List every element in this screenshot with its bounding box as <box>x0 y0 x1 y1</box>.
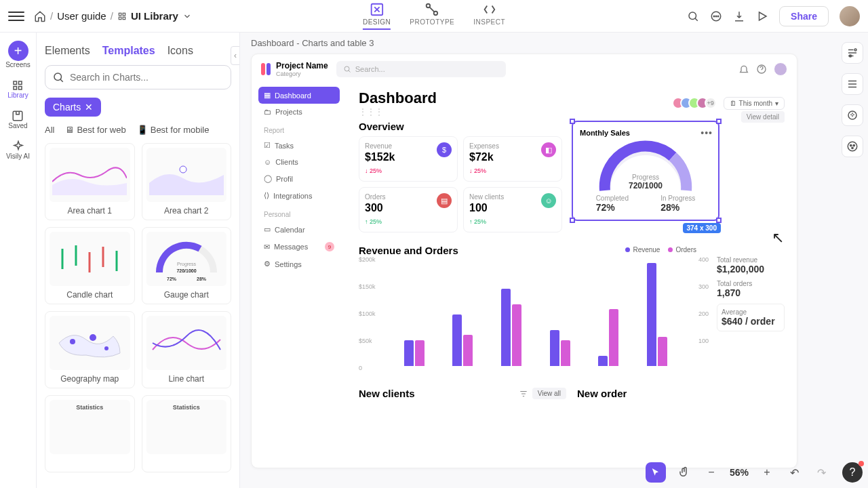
sidebar-settings[interactable]: ⚙ Settings <box>258 256 340 272</box>
rail-library[interactable]: Library <box>7 79 28 99</box>
template-geography-map[interactable]: Geography map <box>45 311 135 388</box>
overview-heading: Overview <box>359 121 562 132</box>
share-button[interactable]: Share <box>779 6 829 26</box>
template-statistics-2[interactable]: Statistics <box>142 395 232 472</box>
breadcrumb-current[interactable]: UI Library <box>131 10 178 22</box>
library-search-input[interactable] <box>70 72 224 83</box>
help-icon[interactable] <box>756 64 767 75</box>
page-title: Dashboard <box>359 89 437 107</box>
svg-point-32 <box>854 49 856 51</box>
help-fab[interactable]: ? <box>842 462 863 483</box>
view-all-button[interactable]: View all <box>532 388 566 399</box>
user-icon: ☺ <box>541 193 556 208</box>
cart-icon: ▤ <box>437 193 452 208</box>
template-line-chart[interactable]: Line chart <box>142 311 232 388</box>
sidebar-messages[interactable]: ✉ Messages9 <box>258 238 340 256</box>
frame-title[interactable]: Dashboard - Charts and table 3 <box>240 33 837 54</box>
svg-point-10 <box>715 16 717 17</box>
rail-ai[interactable]: Visily AI <box>6 140 30 160</box>
sidebar-tasks[interactable]: ☑ Tasks <box>258 137 340 154</box>
drag-handle-icon[interactable]: ⋮⋮⋮ <box>359 107 437 117</box>
user-avatar[interactable] <box>774 62 787 76</box>
rail-saved[interactable]: Saved <box>8 110 27 129</box>
undo-button[interactable]: ↶ <box>785 464 803 481</box>
design-frame[interactable]: Project Name Category Search... ▦ Dashbo… <box>251 54 797 468</box>
sidebar-profil[interactable]: ◯ Profil <box>258 170 340 187</box>
breadcrumb-item[interactable]: User guide <box>57 10 106 22</box>
kpi-new-clients[interactable]: ☺New clients100↑ 25% <box>463 187 562 232</box>
template-area-chart-1[interactable]: Area chart 1 <box>45 143 135 220</box>
hand-tool[interactable] <box>675 464 693 481</box>
bell-icon[interactable] <box>738 64 749 75</box>
revenue-orders-chart[interactable]: $200k $150k $100k $50k 0 400 300 200 100 <box>359 256 709 378</box>
kpi-expenses[interactable]: ◧Expenses$72k↓ 25% <box>463 136 562 182</box>
gauge-card-selected[interactable]: Monthly Sales ••• Progress720/1000 Compl… <box>572 121 719 221</box>
new-clients-heading: New clients <box>359 388 415 399</box>
sidebar-dashboard[interactable]: ▦ Dashboard <box>258 87 340 104</box>
sidebar-clients[interactable]: ☺ Clients <box>258 154 340 170</box>
view-detail-button[interactable]: View detail <box>741 111 785 123</box>
close-icon[interactable]: ✕ <box>85 102 93 113</box>
svg-text:72%: 72% <box>167 277 177 281</box>
redo-button[interactable]: ↷ <box>812 464 830 481</box>
filter-chip-charts[interactable]: Charts ✕ <box>45 98 101 117</box>
svg-text:720/1000: 720/1000 <box>176 268 196 273</box>
filter-web[interactable]: 🖥 Best for web <box>65 125 125 135</box>
dashboard-search[interactable]: Search... <box>336 61 506 77</box>
kpi-orders[interactable]: ▤Orders300↑ 25% <box>359 187 458 232</box>
styles-panel-button[interactable] <box>842 136 863 157</box>
template-candle-chart[interactable]: Candle chart <box>45 227 135 304</box>
svg-rect-14 <box>14 87 17 90</box>
svg-point-27 <box>70 339 75 344</box>
zoom-in-button[interactable]: + <box>758 464 776 481</box>
add-screen-button[interactable]: +Screens <box>5 41 31 68</box>
chevron-down-icon[interactable] <box>182 12 192 21</box>
mode-design[interactable]: DESIGN <box>363 2 391 30</box>
sidebar-projects[interactable]: 🗀 Projects <box>258 104 340 120</box>
svg-rect-2 <box>119 17 121 20</box>
new-orders-heading: New order <box>577 388 627 399</box>
svg-point-11 <box>717 16 719 17</box>
mode-prototype[interactable]: PROTOTYPE <box>410 2 454 30</box>
svg-point-38 <box>852 147 853 148</box>
download-icon[interactable] <box>733 10 745 22</box>
svg-point-16 <box>54 73 62 81</box>
layers-panel-button[interactable] <box>842 73 863 95</box>
card-menu-button[interactable]: ••• <box>701 127 713 138</box>
tab-elements[interactable]: Elements <box>45 45 90 57</box>
collapse-panel[interactable]: ‹ <box>231 46 240 65</box>
user-avatar[interactable] <box>840 6 860 26</box>
svg-rect-3 <box>123 17 125 20</box>
sidebar-calendar[interactable]: ▭ Calendar <box>258 221 340 238</box>
tab-icons[interactable]: Icons <box>167 45 193 57</box>
svg-point-17 <box>180 166 186 173</box>
svg-point-30 <box>344 66 349 71</box>
period-selector[interactable]: 🗓 This month ▾ <box>724 97 785 110</box>
zoom-level[interactable]: 56% <box>730 467 749 478</box>
kpi-revenue[interactable]: $Revenue$152k↓ 25% <box>359 136 458 182</box>
tab-templates[interactable]: Templates <box>102 45 155 57</box>
collaborator-avatars[interactable]: +9 <box>676 97 717 109</box>
filter-all[interactable]: All <box>45 125 54 135</box>
comments-icon[interactable] <box>710 10 722 22</box>
template-statistics-1[interactable]: Statistics <box>45 395 135 472</box>
menu-toggle[interactable] <box>8 8 24 24</box>
revenue-orders-heading: Revenue and Orders <box>359 245 785 256</box>
sidebar-integrations[interactable]: ⟨⟩ Integrations <box>258 187 340 204</box>
template-gauge-chart[interactable]: Progress720/100072%28%Gauge chart <box>142 227 232 304</box>
zoom-out-button[interactable]: − <box>703 464 720 481</box>
components-panel-button[interactable] <box>842 104 863 126</box>
mode-inspect[interactable]: INSPECT <box>473 2 505 30</box>
library-search[interactable] <box>45 65 231 89</box>
play-icon[interactable] <box>756 10 768 22</box>
svg-rect-0 <box>119 13 121 16</box>
home-icon[interactable] <box>34 10 46 22</box>
svg-point-9 <box>713 16 715 17</box>
properties-panel-button[interactable] <box>842 42 863 64</box>
search-icon[interactable] <box>687 10 699 22</box>
filter-mobile[interactable]: 📱 Best for mobile <box>137 125 210 135</box>
template-area-chart-2[interactable]: Area chart 2 <box>142 143 232 220</box>
filter-icon[interactable] <box>519 389 528 399</box>
sidebar-section-personal: Personal <box>264 211 340 218</box>
pointer-tool[interactable] <box>646 462 666 483</box>
